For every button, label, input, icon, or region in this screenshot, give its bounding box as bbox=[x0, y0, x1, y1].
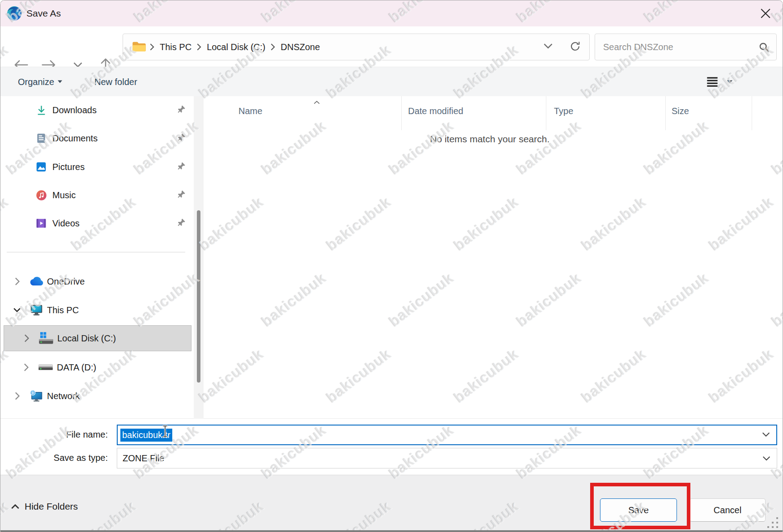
address-bar[interactable]: This PC Local Disk (C:) DNSZone bbox=[123, 34, 590, 60]
view-mode-button[interactable] bbox=[706, 77, 719, 87]
pin-icon[interactable] bbox=[178, 190, 186, 200]
navigation-bar: This PC Local Disk (C:) DNSZone bbox=[0, 26, 783, 67]
chevron-right-icon[interactable] bbox=[14, 392, 21, 400]
save-as-type-value: ZONE File bbox=[123, 453, 164, 464]
chevron-down-icon[interactable] bbox=[13, 307, 21, 313]
videos-icon bbox=[34, 217, 48, 229]
file-name-label: File name: bbox=[36, 430, 108, 440]
organize-button[interactable]: Organize bbox=[18, 77, 62, 87]
pin-icon[interactable] bbox=[178, 105, 186, 115]
pin-icon[interactable] bbox=[178, 218, 186, 229]
network-icon bbox=[28, 390, 44, 402]
breadcrumb-local-disk[interactable]: Local Disk (C:) bbox=[205, 42, 267, 52]
save-as-type-label: Save as type: bbox=[36, 453, 108, 463]
sidebar-scrollbar[interactable] bbox=[194, 96, 204, 419]
breadcrumb-dnszone[interactable]: DNSZone bbox=[279, 42, 322, 52]
refresh-button[interactable] bbox=[569, 40, 581, 54]
save-as-type-select[interactable]: ZONE File bbox=[117, 448, 777, 468]
refresh-icon bbox=[569, 40, 581, 52]
search-icon[interactable] bbox=[758, 42, 770, 55]
documents-icon bbox=[34, 132, 48, 144]
save-as-dialog: Save As bbox=[0, 0, 783, 532]
sidebar-item-network[interactable]: Network bbox=[0, 383, 193, 409]
sidebar-item-label: Documents bbox=[52, 133, 98, 144]
column-headers: Name Date modified Type Size bbox=[211, 96, 752, 130]
sidebar-item-this-pc[interactable]: This PC bbox=[0, 297, 193, 323]
chevron-up-icon bbox=[11, 504, 19, 509]
pin-icon[interactable] bbox=[178, 162, 186, 172]
resize-grip[interactable] bbox=[766, 516, 779, 529]
titlebar: Save As bbox=[0, 0, 783, 26]
file-form: File name: bakicubuk.tr Save as type: ZO… bbox=[0, 419, 783, 475]
chevron-right-icon[interactable] bbox=[23, 334, 30, 342]
chevron-right-icon[interactable] bbox=[14, 277, 21, 285]
hide-folders-label: Hide Folders bbox=[25, 501, 78, 512]
data-drive-icon bbox=[37, 362, 54, 373]
close-button[interactable] bbox=[756, 4, 775, 23]
breadcrumb-separator-icon bbox=[271, 43, 275, 51]
chevron-down-icon[interactable] bbox=[762, 431, 770, 439]
text-cursor-pointer bbox=[162, 425, 169, 440]
sidebar-item-label: Network bbox=[47, 391, 80, 401]
browse-area: Downloads Documents bbox=[0, 96, 783, 419]
pin-icon[interactable] bbox=[178, 133, 186, 144]
sidebar-item-label: Downloads bbox=[52, 105, 97, 115]
command-toolbar: Organize New folder ? bbox=[0, 67, 783, 96]
sidebar-item-label: OneDrive bbox=[47, 277, 85, 287]
new-folder-label: New folder bbox=[94, 77, 137, 87]
sidebar-item-documents[interactable]: Documents bbox=[0, 125, 193, 151]
downloads-icon bbox=[34, 104, 48, 116]
sidebar-item-label: Videos bbox=[52, 218, 80, 229]
hide-folders-button[interactable]: Hide Folders bbox=[11, 501, 78, 512]
chevron-down-icon[interactable] bbox=[762, 453, 770, 464]
view-mode-dropdown[interactable] bbox=[727, 80, 732, 83]
sidebar-item-videos[interactable]: Videos bbox=[0, 210, 193, 236]
list-view-icon bbox=[706, 77, 719, 87]
organize-label: Organize bbox=[18, 77, 54, 87]
sidebar-item-label: Music bbox=[52, 190, 76, 200]
breadcrumb-this-pc[interactable]: This PC bbox=[158, 42, 193, 52]
sidebar-item-local-disk-c[interactable]: Local Disk (C:) bbox=[4, 325, 191, 351]
sidebar-item-music[interactable]: Music bbox=[0, 182, 193, 208]
breadcrumb-separator-icon bbox=[197, 43, 201, 51]
caret-down-icon bbox=[727, 80, 732, 83]
search-input[interactable] bbox=[602, 42, 750, 53]
column-header-size[interactable]: Size bbox=[666, 96, 752, 130]
sidebar-item-label: Pictures bbox=[52, 162, 85, 172]
folder-icon bbox=[132, 41, 146, 53]
close-icon bbox=[761, 9, 770, 18]
sidebar-separator bbox=[7, 252, 185, 252]
music-icon bbox=[34, 189, 48, 201]
caret-down-icon bbox=[58, 81, 62, 83]
local-disk-icon bbox=[38, 332, 55, 345]
scrollbar-thumb[interactable] bbox=[197, 210, 200, 383]
file-name-input[interactable]: bakicubuk.tr bbox=[117, 425, 777, 445]
breadcrumb-separator-icon bbox=[150, 43, 154, 51]
sidebar-item-label: DATA (D:) bbox=[57, 362, 96, 373]
sidebar-item-label: Local Disk (C:) bbox=[57, 333, 116, 344]
column-header-type[interactable]: Type bbox=[546, 96, 666, 130]
search-box bbox=[595, 34, 777, 60]
column-header-name[interactable]: Name bbox=[211, 96, 402, 130]
sidebar-item-data-d[interactable]: DATA (D:) bbox=[0, 354, 193, 380]
sidebar-item-onedrive[interactable]: OneDrive bbox=[0, 268, 193, 294]
cancel-button[interactable]: Cancel bbox=[689, 498, 766, 522]
edge-logo-icon bbox=[7, 6, 22, 21]
sidebar-item-label: This PC bbox=[47, 305, 79, 315]
save-button[interactable]: Save bbox=[600, 498, 677, 522]
new-folder-button[interactable]: New folder bbox=[94, 77, 137, 87]
dialog-footer: Hide Folders Save Cancel bbox=[0, 475, 783, 532]
address-dropdown-button[interactable] bbox=[543, 43, 553, 51]
this-pc-icon bbox=[28, 304, 44, 316]
sidebar-item-downloads[interactable]: Downloads bbox=[0, 97, 193, 123]
dialog-title: Save As bbox=[26, 8, 61, 19]
pictures-icon bbox=[34, 161, 48, 173]
onedrive-icon bbox=[28, 277, 44, 286]
sidebar-item-pictures[interactable]: Pictures bbox=[0, 154, 193, 180]
column-header-date-modified[interactable]: Date modified bbox=[402, 96, 546, 130]
chevron-right-icon[interactable] bbox=[23, 363, 30, 371]
chevron-down-icon bbox=[543, 43, 553, 49]
empty-folder-message: No items match your search. bbox=[430, 134, 549, 145]
